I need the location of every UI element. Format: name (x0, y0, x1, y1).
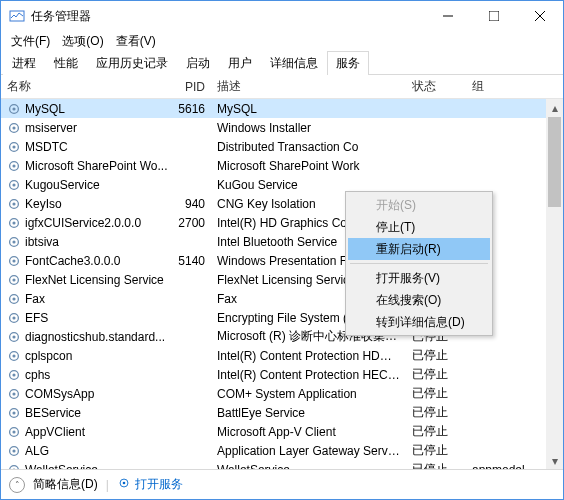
svc-name: Microsoft SharePoint Wo... (25, 159, 168, 173)
tab-5[interactable]: 详细信息 (261, 51, 327, 75)
scroll-thumb[interactable] (548, 117, 561, 207)
svc-desc: Distributed Transaction Co (211, 140, 406, 154)
svc-status: 已停止 (406, 404, 466, 421)
service-list: MySQL5616MySQLmsiserverWindows Installer… (1, 99, 563, 469)
table-row[interactable]: MSDTCDistributed Transaction Co (1, 137, 563, 156)
scroll-down-button[interactable]: ▾ (546, 452, 563, 469)
svg-point-42 (12, 449, 15, 452)
table-row[interactable]: AppVClientMicrosoft App-V Client已停止 (1, 422, 563, 441)
svc-pid: 5140 (171, 254, 211, 268)
table-row[interactable]: COMSysAppCOM+ System Application已停止 (1, 384, 563, 403)
header-pid[interactable]: PID (171, 80, 211, 94)
svg-point-38 (12, 411, 15, 414)
svg-point-28 (12, 316, 15, 319)
table-row[interactable]: BEServiceBattlEye Service已停止 (1, 403, 563, 422)
fewer-details-link[interactable]: 简略信息(D) (33, 476, 98, 493)
svc-status: 已停止 (406, 442, 466, 459)
svg-point-44 (12, 468, 15, 469)
tab-1[interactable]: 性能 (45, 51, 87, 75)
svc-status: 已停止 (406, 461, 466, 469)
menu-view[interactable]: 查看(V) (112, 32, 160, 51)
svc-desc: Windows Installer (211, 121, 406, 135)
table-row[interactable]: MySQL5616MySQL (1, 99, 563, 118)
gear-icon (117, 476, 131, 493)
svc-status: 已停止 (406, 366, 466, 383)
svc-desc: KuGou Service (211, 178, 406, 192)
svg-point-34 (12, 373, 15, 376)
svc-desc: Application Layer Gateway Service (211, 444, 406, 458)
window-buttons (425, 1, 563, 31)
minimize-button[interactable] (425, 1, 471, 31)
footer: ˄ 简略信息(D) | 打开服务 (1, 469, 563, 499)
menu-options[interactable]: 选项(O) (58, 32, 107, 51)
svc-name: ibtsiva (25, 235, 59, 249)
svg-point-20 (12, 240, 15, 243)
scrollbar[interactable]: ▴ ▾ (546, 99, 563, 469)
app-icon (9, 8, 25, 24)
svg-point-22 (12, 259, 15, 262)
ctx-search-online[interactable]: 在线搜索(O) (348, 289, 490, 311)
svg-rect-2 (489, 11, 499, 21)
tab-0[interactable]: 进程 (3, 51, 45, 75)
tab-3[interactable]: 启动 (177, 51, 219, 75)
chevron-up-icon[interactable]: ˄ (9, 477, 25, 493)
tab-4[interactable]: 用户 (219, 51, 261, 75)
maximize-button[interactable] (471, 1, 517, 31)
ctx-go-details[interactable]: 转到详细信息(D) (348, 311, 490, 333)
svg-point-6 (12, 107, 15, 110)
svc-name: cplspcon (25, 349, 72, 363)
column-headers: 名称 PID 描述 状态 组 (1, 75, 563, 99)
header-group[interactable]: 组 (466, 78, 563, 95)
svg-point-12 (12, 164, 15, 167)
svc-name: MySQL (25, 102, 65, 116)
tab-2[interactable]: 应用历史记录 (87, 51, 177, 75)
header-desc[interactable]: 描述 (211, 78, 406, 95)
task-manager-window: 任务管理器 文件(F) 选项(O) 查看(V) 进程性能应用历史记录启动用户详细… (0, 0, 564, 500)
svg-point-32 (12, 354, 15, 357)
svg-point-40 (12, 430, 15, 433)
svc-name: KugouService (25, 178, 100, 192)
ctx-restart[interactable]: 重新启动(R) (348, 238, 490, 260)
ctx-stop[interactable]: 停止(T) (348, 216, 490, 238)
table-row[interactable]: WalletServiceWalletService已停止appmodel (1, 460, 563, 469)
svc-desc: Intel(R) Content Protection HDCP ... (211, 349, 406, 363)
svc-desc: BattlEye Service (211, 406, 406, 420)
svg-point-30 (12, 335, 15, 338)
menu-file[interactable]: 文件(F) (7, 32, 54, 51)
svg-point-36 (12, 392, 15, 395)
svc-name: msiserver (25, 121, 77, 135)
svc-name: diagnosticshub.standard... (25, 330, 165, 344)
header-name[interactable]: 名称 (1, 78, 171, 95)
open-services-link[interactable]: 打开服务 (117, 476, 183, 493)
svg-point-14 (12, 183, 15, 186)
svc-pid: 940 (171, 197, 211, 211)
svc-name: AppVClient (25, 425, 85, 439)
tab-6[interactable]: 服务 (327, 51, 369, 75)
footer-separator: | (106, 478, 109, 492)
svc-name: COMSysApp (25, 387, 94, 401)
header-status[interactable]: 状态 (406, 78, 466, 95)
ctx-start[interactable]: 开始(S) (348, 194, 490, 216)
svg-point-18 (12, 221, 15, 224)
tabs: 进程性能应用历史记录启动用户详细信息服务 (1, 51, 563, 75)
svg-point-16 (12, 202, 15, 205)
scroll-up-button[interactable]: ▴ (546, 99, 563, 116)
svg-point-8 (12, 126, 15, 129)
table-row[interactable]: ALGApplication Layer Gateway Service已停止 (1, 441, 563, 460)
context-menu: 开始(S) 停止(T) 重新启动(R) 打开服务(V) 在线搜索(O) 转到详细… (345, 191, 493, 336)
svc-name: KeyIso (25, 197, 62, 211)
ctx-separator (350, 263, 488, 264)
table-row[interactable]: cphsIntel(R) Content Protection HECI S..… (1, 365, 563, 384)
open-services-label: 打开服务 (135, 476, 183, 493)
ctx-open-services[interactable]: 打开服务(V) (348, 267, 490, 289)
table-row[interactable]: msiserverWindows Installer (1, 118, 563, 137)
svc-desc: WalletService (211, 463, 406, 470)
table-row[interactable]: Microsoft SharePoint Wo...Microsoft Shar… (1, 156, 563, 175)
close-button[interactable] (517, 1, 563, 31)
menubar: 文件(F) 选项(O) 查看(V) (1, 31, 563, 51)
svc-name: ALG (25, 444, 49, 458)
table-row[interactable]: cplspconIntel(R) Content Protection HDCP… (1, 346, 563, 365)
svc-name: FontCache3.0.0.0 (25, 254, 120, 268)
svg-point-24 (12, 278, 15, 281)
svc-name: BEService (25, 406, 81, 420)
